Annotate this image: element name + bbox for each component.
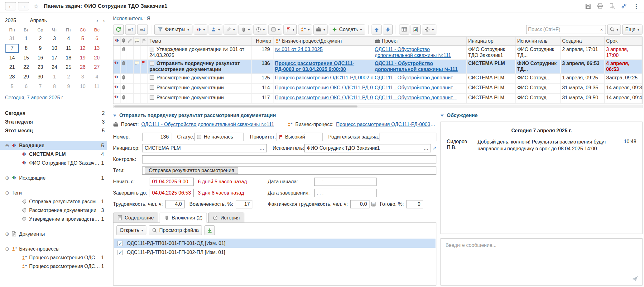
calendar-day[interactable]: 31: [5, 34, 19, 44]
sidebar-item-business-processes[interactable]: ⊖Бизнес-процессы: [5, 244, 107, 253]
executor-filter[interactable]: Исполнитель: Я: [113, 15, 643, 22]
view-file-button[interactable]: Просмотр файла: [149, 225, 202, 235]
calendar-day[interactable]: 1: [47, 72, 61, 82]
calendar-day[interactable]: 27: [90, 63, 104, 72]
project-link[interactable]: ОДС111 - Обустройство дополнительной скв…: [375, 46, 451, 58]
favorite-star-icon[interactable]: ☆: [33, 2, 39, 10]
calendar-day[interactable]: 16: [33, 53, 47, 63]
calendar-day[interactable]: 3: [47, 34, 61, 44]
project-filter-button[interactable]: ▾: [313, 25, 327, 35]
actual-start-field[interactable]: . . :: [314, 178, 377, 186]
column-executor[interactable]: Исполнитель: [515, 37, 560, 45]
calendar-day[interactable]: 1: [19, 34, 33, 44]
sidebar-item-bp-1[interactable]: Процесс рассмотрения ОДС1...1: [5, 253, 107, 262]
scrollbar-thumb[interactable]: [114, 106, 358, 108]
calendar-day[interactable]: 10: [76, 82, 90, 92]
sidebar-item-tag-rassmotrenie[interactable]: Рассмотрение документации3: [5, 206, 107, 214]
column-theme[interactable]: Тема: [147, 37, 251, 45]
row-checkbox[interactable]: [149, 75, 154, 80]
deadline-filter-button[interactable]: ▾: [253, 25, 267, 35]
column-number[interactable]: Номер: [252, 37, 273, 45]
move-down-button[interactable]: [383, 25, 393, 35]
refresh-button[interactable]: [113, 25, 124, 35]
sidebar-item-tags[interactable]: ⊖Теги: [5, 188, 107, 197]
sidebar-item-inbox[interactable]: ⊖Входящие5: [0, 141, 107, 150]
column-project[interactable]: Проект: [373, 37, 466, 45]
tags-field[interactable]: Отправка результатов рассмотрения: [142, 167, 436, 175]
sidebar-item-bp-2[interactable]: Процесс рассмотрения ОДС11...1: [5, 262, 107, 271]
actual-effort-field[interactable]: 0,0: [350, 200, 369, 209]
row-checkbox[interactable]: [149, 61, 154, 66]
calendar-year[interactable]: 2025: [5, 17, 25, 23]
tab-content[interactable]: Содержание: [113, 213, 159, 223]
filters-button[interactable]: Фильтры▾: [154, 25, 193, 35]
column-task-icon[interactable]: [113, 37, 120, 45]
column-comment[interactable]: [133, 37, 140, 45]
calendar-day[interactable]: 8: [19, 44, 33, 53]
initiator-field[interactable]: СИСТЕМА PLM…: [142, 144, 267, 153]
calendar-day[interactable]: 21: [5, 63, 19, 72]
status-filter-button[interactable]: ▾: [268, 25, 282, 35]
calendar-day[interactable]: 25: [61, 63, 75, 72]
calendar-day[interactable]: 14: [5, 53, 19, 63]
effort-field[interactable]: 4,0: [165, 200, 184, 209]
attachment-row[interactable]: ✓ОДС111-РД-ТП01-001-ГП-002-ПЛ [Изм. 01]: [114, 248, 435, 257]
collapse-icon[interactable]: ⊖: [5, 190, 12, 196]
tab-history[interactable]: История: [208, 213, 244, 223]
row-checkbox[interactable]: [149, 95, 154, 100]
sidebar-item-documents[interactable]: ⊕Документы: [5, 229, 107, 238]
forward-button[interactable]: →: [18, 2, 29, 10]
sidebar-item-fio-sotrudnik[interactable]: ФИО Сотрудник ТДО Заказчик11: [5, 158, 107, 167]
task-filter-button[interactable]: ▾: [194, 25, 207, 35]
document-link[interactable]: Процесс рассмотрения ОДС111-РД-0003 от 0…: [275, 61, 354, 72]
calculator-icon[interactable]: [371, 202, 376, 207]
column-flag[interactable]: [140, 37, 147, 45]
calendar-month[interactable]: Апрель: [25, 17, 94, 23]
project-link[interactable]: ОДС111 - Обустройство дополнительной скв…: [375, 61, 458, 72]
edit-filter-button[interactable]: ▾: [223, 25, 237, 35]
calendar-day[interactable]: 19: [76, 53, 90, 63]
finish-date-field[interactable]: 04.04.2025 06:53: [150, 189, 194, 197]
column-due[interactable]: Срок: [604, 37, 642, 45]
calendar-day[interactable]: 5: [76, 34, 90, 44]
preview-icon[interactable]: [609, 3, 615, 9]
column-created[interactable]: Создана: [560, 37, 604, 45]
tab-attachments[interactable]: Вложения (2): [160, 213, 207, 223]
calendar-day[interactable]: 23: [33, 63, 47, 72]
quick-filter-this-week[interactable]: Эта неделя3: [5, 117, 107, 126]
calendar-day[interactable]: 24: [47, 63, 61, 72]
parent-task-field[interactable]: [379, 133, 436, 141]
calendar-day[interactable]: 7: [33, 82, 47, 92]
calendar-day[interactable]: 9: [33, 44, 47, 53]
sidebar-item-sistema-plm[interactable]: СИСТЕМА PLM4: [5, 150, 107, 158]
calendar-day[interactable]: 11: [90, 82, 104, 92]
table-row[interactable]: Отправить подрядчику результат рассмотре…: [113, 59, 642, 73]
collapse-icon[interactable]: ⊖: [5, 246, 12, 252]
calendar-day[interactable]: 30: [33, 72, 47, 82]
control-field[interactable]: [142, 155, 436, 164]
expand-icon[interactable]: ⊕: [5, 175, 12, 181]
create-button[interactable]: Создать▾: [329, 25, 365, 35]
document-link[interactable]: № 001 от 24.03.2025: [275, 46, 323, 52]
collapse-chevron-icon[interactable]: [113, 114, 117, 116]
executor-filter-button[interactable]: ▾: [209, 25, 222, 35]
calendar-prev-button[interactable]: ‹: [94, 17, 100, 23]
column-initiator[interactable]: Инициатор: [466, 37, 515, 45]
quick-filter-this-month[interactable]: Этот месяц5: [5, 126, 107, 135]
calendar-day[interactable]: 4: [90, 72, 104, 82]
table-row[interactable]: Утверждение документации № 001 от 24.03.…: [113, 45, 642, 59]
choose-icon[interactable]: …: [259, 145, 264, 151]
calendar-day[interactable]: 4: [61, 34, 75, 44]
calendar-day[interactable]: 29: [19, 72, 33, 82]
calendar-day[interactable]: 18: [61, 53, 75, 63]
attachment-checkbox[interactable]: ✓: [118, 241, 123, 246]
executor-field[interactable]: ФИО Сотрудник ТДО Заказчик1…: [304, 144, 431, 153]
calendar-day[interactable]: 15: [19, 53, 33, 63]
columns-button[interactable]: [399, 25, 409, 35]
open-object-icon[interactable]: ↗: [432, 145, 436, 151]
actual-finish-field[interactable]: . . :: [314, 189, 377, 197]
row-checkbox[interactable]: [149, 85, 154, 90]
choose-icon[interactable]: …: [424, 145, 429, 151]
sort-ascending-button[interactable]: [125, 25, 136, 35]
calendar-day[interactable]: 2: [61, 72, 75, 82]
